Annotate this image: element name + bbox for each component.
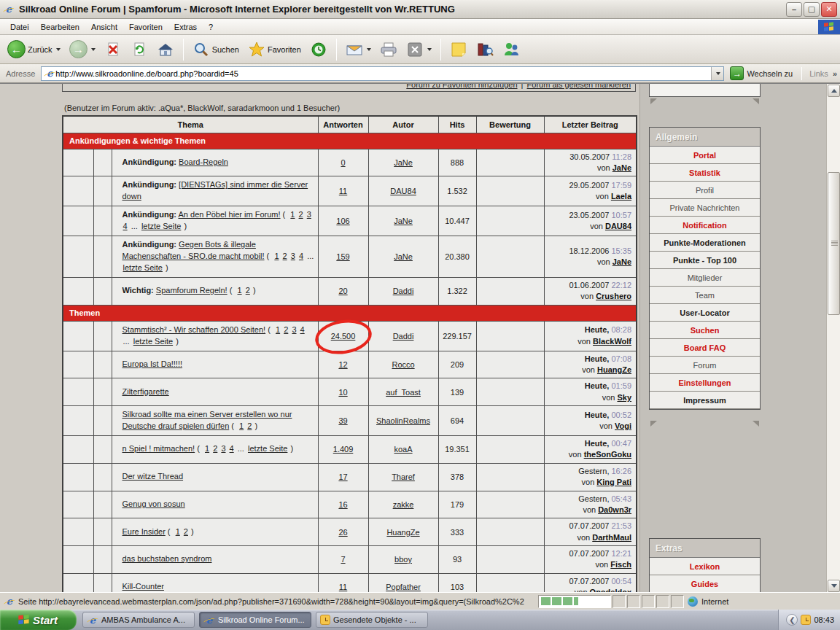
topic-link[interactable]: Spamforum Regeln!: [156, 286, 228, 295]
replies-count[interactable]: 159: [336, 252, 349, 261]
page-link[interactable]: 2: [299, 210, 303, 219]
sidebar-item-punkte-moderationen[interactable]: Punkte-Moderationen: [650, 234, 760, 252]
page-link[interactable]: letzte Seite: [141, 222, 181, 230]
replies-count[interactable]: 17: [338, 472, 347, 481]
last-post-user-link[interactable]: theSonGoku: [584, 450, 631, 459]
history-button[interactable]: [307, 39, 330, 60]
last-post-user-link[interactable]: Laela: [611, 192, 631, 201]
sidebar-item-mitglieder[interactable]: Mitglieder: [650, 269, 760, 287]
research-button[interactable]: [473, 39, 497, 60]
author-link[interactable]: ShaolinRealms: [376, 416, 430, 425]
discuss-button[interactable]: [447, 39, 470, 60]
go-button[interactable]: → Wechseln zu: [727, 66, 796, 81]
author-link[interactable]: Daddi: [393, 332, 414, 341]
links-chevron-icon[interactable]: »: [833, 69, 837, 78]
scrollbar-thumb[interactable]: [828, 172, 840, 315]
edit-dropdown-icon[interactable]: [427, 48, 432, 51]
last-post-user-link[interactable]: DAU84: [605, 222, 631, 230]
menu-item-help[interactable]: ?: [203, 21, 219, 33]
page-link[interactable]: 3: [291, 252, 295, 260]
page-link[interactable]: 4: [230, 444, 234, 453]
search-button[interactable]: Suchen: [190, 39, 242, 60]
topic-link[interactable]: das buchstaben syndrom: [122, 554, 212, 563]
messenger-button[interactable]: [499, 39, 523, 60]
edit-button[interactable]: [403, 39, 435, 60]
page-link[interactable]: 1: [205, 444, 209, 453]
last-post-user-link[interactable]: DarthMaul: [592, 533, 631, 542]
last-post-user-link[interactable]: JaNe: [612, 163, 631, 172]
sidebar-item-profil[interactable]: Profil: [650, 182, 760, 199]
page-link[interactable]: 4: [299, 252, 303, 260]
author-link[interactable]: auf_Toast: [386, 388, 421, 397]
page-link[interactable]: 1: [176, 527, 180, 536]
replies-count[interactable]: 16: [338, 500, 347, 509]
add-favorites-link[interactable]: Forum zu Favoriten hinzufügen: [406, 83, 517, 89]
sidebar-item-private-nachrichten[interactable]: Private Nachrichten: [650, 199, 760, 217]
author-link[interactable]: HuangZe: [386, 528, 419, 537]
replies-count[interactable]: 1.409: [333, 445, 354, 454]
sidebar-item-notification[interactable]: Notification: [650, 217, 760, 234]
replies-count[interactable]: 10: [338, 388, 347, 397]
page-link[interactable]: letzte Seite: [123, 263, 163, 272]
page-link[interactable]: 2: [284, 325, 288, 334]
last-post-user-link[interactable]: HuangZe: [597, 365, 631, 374]
page-link[interactable]: 1: [274, 252, 279, 260]
page-link[interactable]: 1: [276, 325, 280, 334]
menu-item-bearbeiten[interactable]: Bearbeiten: [35, 21, 85, 33]
address-dropdown-button[interactable]: [711, 67, 723, 80]
page-link[interactable]: 2: [283, 252, 287, 260]
menu-item-extras[interactable]: Extras: [168, 21, 203, 33]
author-link[interactable]: Popfather: [386, 583, 421, 591]
sidebar-item-einstellungen[interactable]: Einstellungen: [650, 374, 760, 392]
replies-count[interactable]: 26: [338, 528, 347, 537]
author-link[interactable]: koaA: [394, 445, 412, 454]
last-post-user-link[interactable]: BlackWolf: [593, 337, 631, 346]
sidebar-item-user-locator[interactable]: User-Locator: [650, 304, 760, 322]
page-link[interactable]: 2: [184, 527, 188, 536]
taskbar-task[interactable]: eAMBAS Ambulance A...: [82, 612, 195, 628]
author-link[interactable]: bboy: [394, 555, 412, 564]
links-label[interactable]: Links: [808, 69, 830, 78]
topic-link[interactable]: Zilterfigarette: [122, 387, 169, 396]
menu-item-datei[interactable]: Datei: [4, 21, 35, 33]
author-link[interactable]: Daddi: [393, 287, 414, 295]
sidebar-item-statistik[interactable]: Statistik: [650, 164, 760, 182]
topic-link[interactable]: n Spiel ! mitmachen!: [122, 444, 195, 453]
replies-count[interactable]: 106: [336, 217, 349, 225]
back-dropdown-icon[interactable]: [56, 48, 61, 51]
close-button[interactable]: ✕: [821, 2, 837, 17]
page-link[interactable]: 2: [247, 421, 252, 430]
forward-button[interactable]: →: [66, 39, 98, 60]
favorites-button[interactable]: Favoriten: [245, 39, 304, 60]
restore-button[interactable]: ▢: [804, 2, 820, 17]
author-link[interactable]: Tharef: [392, 472, 415, 481]
last-post-user-link[interactable]: Fisch: [610, 560, 631, 569]
last-post-user-link[interactable]: Crushero: [596, 292, 631, 300]
author-link[interactable]: JaNe: [394, 158, 413, 167]
sidebar-item-board-faq[interactable]: Board FAQ: [650, 339, 760, 357]
page-link[interactable]: 2: [213, 444, 217, 453]
mark-read-link[interactable]: Forum als gelesen markieren: [527, 83, 631, 89]
topic-link[interactable]: Kill-Counter: [122, 582, 164, 591]
replies-count[interactable]: 24.500: [331, 332, 356, 341]
page-link[interactable]: 4: [300, 325, 305, 334]
author-link[interactable]: DAU84: [390, 187, 416, 195]
last-post-user-link[interactable]: King Pati: [596, 478, 631, 486]
start-button[interactable]: Start: [0, 610, 77, 630]
scroll-up-button[interactable]: [828, 85, 840, 97]
page-link[interactable]: letzte Seite: [248, 444, 287, 453]
topic-link[interactable]: Stammtisch² - Wir schaffen 2000 Seiten!: [122, 325, 266, 334]
page-link[interactable]: 1: [239, 421, 244, 430]
page-link[interactable]: letzte Seite: [133, 337, 173, 346]
scroll-down-button[interactable]: [828, 580, 840, 592]
topic-link[interactable]: Board-Regeln: [179, 158, 228, 166]
last-post-user-link[interactable]: Opodeldox: [590, 588, 631, 592]
topic-link[interactable]: Europa Ist Da!!!!!: [122, 359, 183, 368]
mail-dropdown-icon[interactable]: [367, 48, 371, 51]
last-post-user-link[interactable]: Vogi: [615, 421, 631, 430]
replies-count[interactable]: 12: [338, 360, 347, 369]
page-link[interactable]: 3: [307, 210, 311, 219]
topic-link[interactable]: Eure Insider: [122, 527, 166, 536]
refresh-button[interactable]: [128, 39, 151, 60]
replies-count[interactable]: 11: [339, 187, 347, 195]
